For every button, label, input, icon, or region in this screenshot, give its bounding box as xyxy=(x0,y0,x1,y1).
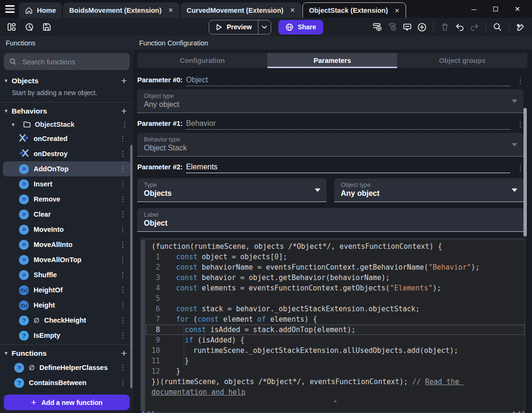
main-menu-button[interactable] xyxy=(0,0,19,18)
item-menu-icon[interactable]: ⋮ xyxy=(119,271,126,279)
add-behavior-button[interactable]: + xyxy=(121,106,127,116)
tab-object-groups[interactable]: Object groups xyxy=(397,53,527,68)
code-line-9[interactable]: 9 if (isAdded) { xyxy=(146,335,524,345)
close-icon[interactable]: ✕ xyxy=(168,7,173,14)
item-menu-icon[interactable]: ⋮ xyxy=(119,301,126,309)
parameter-menu-icon[interactable]: ⋮ xyxy=(517,77,523,85)
code-line-1[interactable]: 1 const object = objects[0]; xyxy=(146,252,524,262)
tab-curvedmovement[interactable]: CurvedMovement (Extension) ✕ xyxy=(180,2,301,18)
tab-parameters[interactable]: Parameters xyxy=(267,53,398,68)
tab-boidsmovement[interactable]: BoidsMovement (Extension) ✕ xyxy=(63,2,179,18)
parameter-1-behavior-type-select[interactable]: Behavior type Object Stack xyxy=(137,133,523,157)
undo-icon[interactable] xyxy=(454,21,465,33)
code-line-7[interactable]: 7 for (const element of elements) { xyxy=(146,314,524,325)
sidebar-item-clear[interactable]: »Clear⋮ xyxy=(3,207,131,222)
preview-options-button[interactable] xyxy=(258,20,271,35)
item-menu-icon[interactable]: ⋮ xyxy=(119,240,126,249)
behavior-group-objectstack[interactable]: ▾ ObjectStack ⋮ xyxy=(0,118,133,131)
item-menu-icon[interactable]: ⋮ xyxy=(119,149,126,158)
item-menu-icon[interactable]: ⋮ xyxy=(119,180,126,188)
behaviors-section-header[interactable]: ▾ Behaviors + xyxy=(0,104,133,118)
code-line-8[interactable]: 8 const isAdded = stack.addOnTop(element… xyxy=(146,325,524,335)
item-menu-icon[interactable]: ⋮ xyxy=(119,286,126,294)
sidebar-item-isempty[interactable]: ?IsEmpty⋮ xyxy=(3,328,131,343)
chevron-down-icon[interactable]: ▾ xyxy=(5,350,8,356)
item-menu-icon[interactable]: ⋮ xyxy=(119,225,126,234)
parameter-name-input[interactable]: Object xyxy=(186,76,510,86)
sidebar-scrollbar[interactable] xyxy=(130,145,133,388)
code-line-3[interactable]: 3 const behavior = object.getBehavior(be… xyxy=(146,272,524,283)
parameter-0-object-type-select[interactable]: Object type Any object xyxy=(137,89,523,113)
history-icon[interactable] xyxy=(24,21,35,33)
item-menu-icon[interactable]: ⋮ xyxy=(119,134,126,143)
code-line-11[interactable]: 11 } xyxy=(146,356,524,366)
chevron-down-icon[interactable]: ▾ xyxy=(5,108,8,114)
sidebar-item-ondestroy[interactable]: onDestroy⋮ xyxy=(3,146,131,161)
sidebar-item-moveallinto[interactable]: »MoveAllInto⋮ xyxy=(3,237,131,252)
code-line-10[interactable]: 10 runtimeScene._objectStackExtension.al… xyxy=(146,345,524,356)
sidebar-item-containsbetween[interactable]: ?ContainsBetween⋮ xyxy=(3,375,131,390)
add-event-icon[interactable] xyxy=(372,21,383,33)
bottom-hint-right[interactable]: Add xyxy=(512,410,524,413)
bottom-hint-left[interactable]: Add xyxy=(141,410,154,413)
sidebar-item-heightof[interactable]: f(x)HeightOf⋮ xyxy=(3,282,131,298)
functions-section-header[interactable]: ▾ Functions + xyxy=(0,346,133,360)
parameter-2-label-input[interactable]: Label Object xyxy=(137,208,523,232)
search-functions-box[interactable] xyxy=(4,53,130,70)
search-functions-input[interactable] xyxy=(21,57,121,66)
share-button[interactable]: Share xyxy=(278,20,323,35)
tab-home[interactable]: Home xyxy=(19,2,62,18)
sidebar-item-insert[interactable]: »Insert⋮ xyxy=(3,176,131,192)
javascript-code-editor[interactable]: (function(runtimeScene, objects /*Object… xyxy=(146,240,524,412)
maximize-button[interactable] xyxy=(485,5,506,13)
sidebar-item-oncreated[interactable]: onCreated⋮ xyxy=(3,131,131,146)
sidebar-item-definehelperclasses[interactable]: »∅DefineHelperClasses⋮ xyxy=(3,360,131,375)
parameter-2-type-select[interactable]: Type Objects xyxy=(137,178,327,202)
tab-objectstack[interactable]: ObjectStack (Extension) ✕ xyxy=(302,2,407,18)
item-menu-icon[interactable]: ⋮ xyxy=(119,195,126,203)
sidebar-item-moveallontop[interactable]: »MoveAllOnTop⋮ xyxy=(3,252,131,267)
preview-button[interactable]: Preview xyxy=(209,23,258,31)
code-line-12[interactable]: 12 } xyxy=(146,366,524,377)
parameter-name-input[interactable]: Elements xyxy=(186,163,510,173)
window-close-button[interactable]: ✕ xyxy=(506,5,528,13)
item-menu-icon[interactable]: ⋮ xyxy=(121,120,128,129)
item-menu-icon[interactable]: ⋮ xyxy=(119,210,126,219)
editor-left-scrollbar[interactable] xyxy=(141,240,145,412)
open-panels-icon[interactable] xyxy=(6,21,18,33)
main-scrollbar[interactable] xyxy=(523,108,527,237)
item-menu-icon[interactable]: ⋮ xyxy=(119,165,126,173)
sidebar-item-moveinto[interactable]: »MoveInto⋮ xyxy=(3,222,131,237)
code-line-2[interactable]: 2 const behaviorName = eventsFunctionCon… xyxy=(146,262,524,272)
item-menu-icon[interactable]: ⋮ xyxy=(119,363,126,372)
parameter-menu-icon[interactable]: ⋮ xyxy=(517,164,523,172)
edit-extension-icon[interactable] xyxy=(515,21,526,33)
parameter-2-object-type-select[interactable]: Object type Any object xyxy=(334,178,523,202)
add-function-plus-button[interactable]: + xyxy=(121,348,127,358)
add-new-function-button[interactable]: + Add a new function xyxy=(4,395,130,410)
sidebar-item-addontop[interactable]: »AddOnTop⋮ xyxy=(3,161,131,176)
objects-section-header[interactable]: ▾ Objects + xyxy=(0,74,133,88)
sidebar-item-checkheight[interactable]: ?∅CheckHeight⋮ xyxy=(3,313,131,328)
sidebar-item-shuffle[interactable]: »Shuffle⋮ xyxy=(3,267,131,282)
item-menu-icon[interactable]: ⋮ xyxy=(119,316,126,325)
item-menu-icon[interactable]: ⋮ xyxy=(119,255,126,264)
parameter-name-input[interactable]: Behavior xyxy=(186,119,510,130)
tab-configuration[interactable]: Configuration xyxy=(137,53,267,68)
search-icon[interactable] xyxy=(492,21,503,33)
chevron-down-icon[interactable]: ▾ xyxy=(12,122,15,128)
code-line-4[interactable]: 4 const elements = eventsFunctionContext… xyxy=(146,283,524,293)
chevron-down-icon[interactable]: ▾ xyxy=(5,78,8,84)
item-menu-icon[interactable]: ⋮ xyxy=(119,331,126,340)
add-object-button[interactable]: + xyxy=(121,76,127,86)
add-circle-icon[interactable] xyxy=(416,21,427,33)
parameter-menu-icon[interactable]: ⋮ xyxy=(517,120,523,129)
sidebar-item-height[interactable]: f(x)Height⋮ xyxy=(3,298,131,313)
code-line-5[interactable]: 5 xyxy=(146,293,524,304)
close-icon[interactable]: ✕ xyxy=(290,7,295,14)
save-icon[interactable] xyxy=(41,21,53,33)
sidebar-item-remove[interactable]: »Remove⋮ xyxy=(3,192,131,207)
item-menu-icon[interactable]: ⋮ xyxy=(119,378,126,387)
code-line-6[interactable]: 6 const stack = behavior._objectStackExt… xyxy=(146,304,524,314)
editor-expand-handle[interactable]: ^ xyxy=(146,397,524,408)
